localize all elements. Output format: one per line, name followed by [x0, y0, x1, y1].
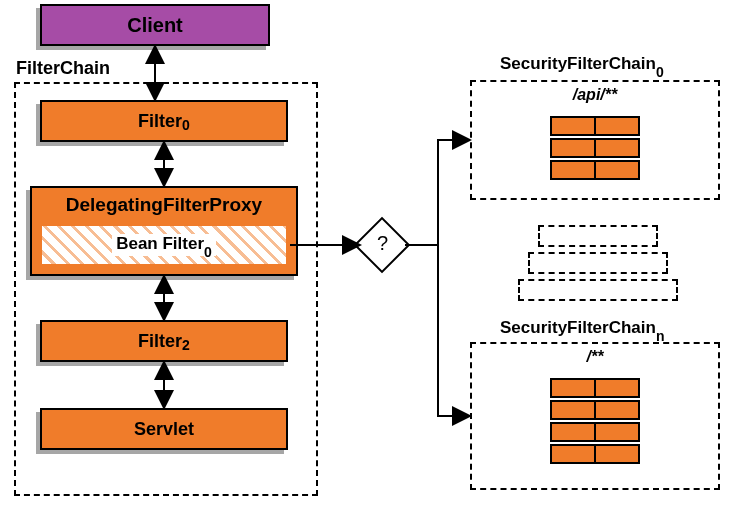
sfcn-label-text: SecurityFilterChain	[500, 318, 656, 337]
ellipsis-bar	[518, 279, 678, 301]
sfcn-pattern: /**	[472, 348, 718, 366]
sfcn-filter-bar	[550, 444, 640, 464]
sfc0-pattern: /api/**	[472, 86, 718, 104]
bean-filter-text: Bean Filter0	[112, 234, 216, 256]
filter2-box: Filter2	[40, 320, 288, 362]
sfc0-label-text: SecurityFilterChain	[500, 54, 656, 73]
sfc0-filter-bar	[550, 138, 640, 158]
filter0-sub: 0	[182, 117, 190, 133]
sfcn-filter-bar	[550, 422, 640, 442]
sfcn-label: SecurityFilterChainn	[500, 318, 664, 340]
ellipsis-bar	[538, 225, 658, 247]
delegating-filter-proxy-label: DelegatingFilterProxy	[66, 194, 262, 216]
servlet-label: Servlet	[134, 419, 194, 440]
client-box: Client	[40, 4, 270, 46]
bean-filter-label: Bean Filter	[116, 234, 204, 253]
sfcn-filter-bar	[550, 378, 640, 398]
ellipsis-bar	[528, 252, 668, 274]
sfc0-filter-bar	[550, 160, 640, 180]
servlet-box: Servlet	[40, 408, 288, 450]
bean-filter-sub: 0	[204, 244, 212, 260]
filter0-box: Filter0	[40, 100, 288, 142]
sfc0-filter-bar	[550, 116, 640, 136]
client-label: Client	[127, 14, 183, 37]
filterchain-label: FilterChain	[14, 58, 112, 79]
filter2-sub: 2	[182, 337, 190, 353]
filter0-label: Filter	[138, 111, 182, 132]
decision-label: ?	[377, 232, 388, 255]
sfcn-filter-bar	[550, 400, 640, 420]
sfc0-label: SecurityFilterChain0	[500, 54, 664, 76]
bean-filter-box: Bean Filter0	[40, 224, 288, 266]
sfc0-sub: 0	[656, 64, 664, 80]
filter2-label: Filter	[138, 331, 182, 352]
